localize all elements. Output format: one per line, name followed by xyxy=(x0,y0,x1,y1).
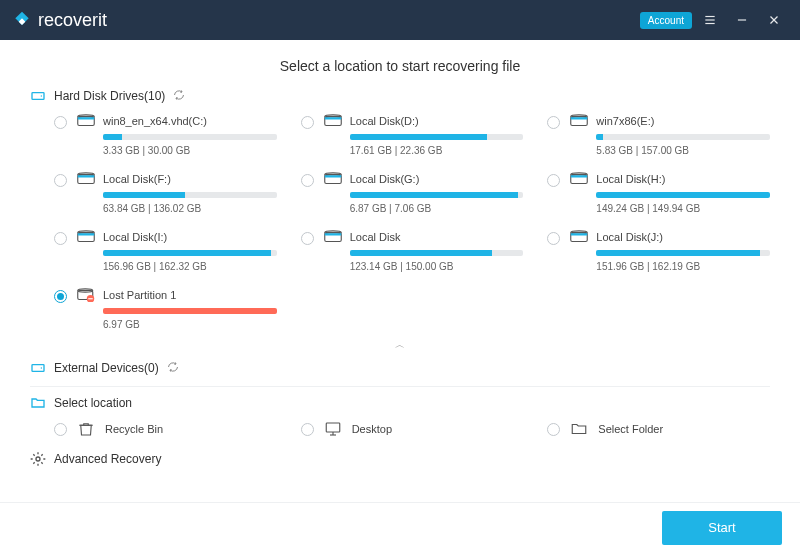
drive-body: win8_en_x64.vhd(C:)3.33 GB | 30.00 GB xyxy=(77,114,277,156)
svg-rect-13 xyxy=(324,117,341,119)
svg-rect-28 xyxy=(78,233,95,235)
location-row: Recycle BinDesktopSelect Folder xyxy=(30,421,770,437)
svg-rect-10 xyxy=(78,117,95,119)
location-label: Select Folder xyxy=(598,423,663,435)
location-item[interactable]: Desktop xyxy=(301,421,524,437)
svg-rect-25 xyxy=(571,175,588,177)
usage-bar xyxy=(103,308,277,314)
section-select-location-label: Select location xyxy=(54,396,132,410)
drive-name: Local Disk(I:) xyxy=(103,231,167,243)
section-hard-disks-label: Hard Disk Drives(10) xyxy=(54,89,165,103)
drive-name: Local Disk(H:) xyxy=(596,173,665,185)
section-hard-disks[interactable]: Hard Disk Drives(10) xyxy=(30,88,770,104)
drive-name: Local Disk(G:) xyxy=(350,173,420,185)
section-external[interactable]: External Devices(0) xyxy=(30,360,770,376)
radio-icon[interactable] xyxy=(54,174,67,187)
usage-bar xyxy=(103,134,277,140)
radio-icon[interactable] xyxy=(54,116,67,129)
start-button[interactable]: Start xyxy=(662,511,782,545)
radio-icon[interactable] xyxy=(547,174,560,187)
drive-item[interactable]: win7x86(E:)5.83 GB | 157.00 GB xyxy=(547,114,770,156)
section-advanced[interactable]: Advanced Recovery xyxy=(30,451,770,467)
usage-bar xyxy=(596,192,770,198)
radio-icon[interactable] xyxy=(547,116,560,129)
footer: Start xyxy=(0,502,800,552)
disk-icon xyxy=(324,172,342,186)
section-advanced-label: Advanced Recovery xyxy=(54,452,161,466)
svg-rect-6 xyxy=(32,93,44,100)
drive-item[interactable]: Local Disk(I:)156.96 GB | 162.32 GB xyxy=(54,230,277,272)
drive-size: 123.14 GB | 150.00 GB xyxy=(350,261,524,272)
radio-icon[interactable] xyxy=(301,174,314,187)
svg-rect-39 xyxy=(32,365,44,372)
hard-disk-icon xyxy=(30,88,46,104)
drive-name: Lost Partition 1 xyxy=(103,289,176,301)
desktop-icon xyxy=(324,421,342,437)
drive-size: 3.33 GB | 30.00 GB xyxy=(103,145,277,156)
main-content: Select a location to start recovering fi… xyxy=(0,40,800,502)
usage-bar xyxy=(596,250,770,256)
logo-icon xyxy=(12,10,32,30)
account-button[interactable]: Account xyxy=(640,12,692,29)
location-label: Recycle Bin xyxy=(105,423,163,435)
folder-open-icon xyxy=(30,395,46,411)
drive-body: Local Disk(H:)149.24 GB | 149.94 GB xyxy=(570,172,770,214)
refresh-icon[interactable] xyxy=(173,89,185,104)
radio-icon[interactable] xyxy=(301,116,314,129)
drive-name: win8_en_x64.vhd(C:) xyxy=(103,115,207,127)
location-item[interactable]: Recycle Bin xyxy=(54,421,277,437)
radio-icon[interactable] xyxy=(301,232,314,245)
drive-item[interactable]: Lost Partition 16.97 GB xyxy=(54,288,277,330)
disk-icon xyxy=(77,172,95,186)
minimize-icon[interactable] xyxy=(728,6,756,34)
drive-size: 149.24 GB | 149.94 GB xyxy=(596,203,770,214)
drive-body: Local Disk123.14 GB | 150.00 GB xyxy=(324,230,524,272)
usage-bar xyxy=(103,250,277,256)
radio-icon[interactable] xyxy=(547,423,560,436)
radio-icon[interactable] xyxy=(54,290,67,303)
location-item[interactable]: Select Folder xyxy=(547,421,770,437)
drive-body: Local Disk(F:)63.84 GB | 136.02 GB xyxy=(77,172,277,214)
drive-item[interactable]: Local Disk(D:)17.61 GB | 22.36 GB xyxy=(301,114,524,156)
disk-icon xyxy=(77,114,95,128)
drive-item[interactable]: Local Disk123.14 GB | 150.00 GB xyxy=(301,230,524,272)
drive-size: 151.96 GB | 162.19 GB xyxy=(596,261,770,272)
app-logo: recoverit xyxy=(12,10,640,31)
lost-disk-icon xyxy=(77,288,95,302)
drive-body: Local Disk(D:)17.61 GB | 22.36 GB xyxy=(324,114,524,156)
radio-icon[interactable] xyxy=(547,232,560,245)
titlebar: recoverit Account xyxy=(0,0,800,40)
radio-icon[interactable] xyxy=(54,232,67,245)
drive-item[interactable]: Local Disk(G:)6.87 GB | 7.06 GB xyxy=(301,172,524,214)
section-external-label: External Devices(0) xyxy=(54,361,159,375)
drive-size: 5.83 GB | 157.00 GB xyxy=(596,145,770,156)
menu-icon[interactable] xyxy=(696,6,724,34)
external-device-icon xyxy=(30,360,46,376)
svg-rect-22 xyxy=(324,175,341,177)
drive-body: win7x86(E:)5.83 GB | 157.00 GB xyxy=(570,114,770,156)
collapse-toggle[interactable]: ︿ xyxy=(30,338,770,352)
gear-icon xyxy=(30,451,46,467)
usage-bar xyxy=(350,192,524,198)
disk-icon xyxy=(324,230,342,244)
svg-point-45 xyxy=(36,457,40,461)
disk-icon xyxy=(570,172,588,186)
page-title: Select a location to start recovering fi… xyxy=(30,58,770,74)
drive-item[interactable]: Local Disk(F:)63.84 GB | 136.02 GB xyxy=(54,172,277,214)
drive-body: Local Disk(I:)156.96 GB | 162.32 GB xyxy=(77,230,277,272)
location-label: Desktop xyxy=(352,423,392,435)
radio-icon[interactable] xyxy=(54,423,67,436)
drive-grid: win8_en_x64.vhd(C:)3.33 GB | 30.00 GBLoc… xyxy=(30,114,770,330)
drive-item[interactable]: Local Disk(J:)151.96 GB | 162.19 GB xyxy=(547,230,770,272)
drive-item[interactable]: win8_en_x64.vhd(C:)3.33 GB | 30.00 GB xyxy=(54,114,277,156)
drive-size: 6.87 GB | 7.06 GB xyxy=(350,203,524,214)
close-icon[interactable] xyxy=(760,6,788,34)
disk-icon xyxy=(324,114,342,128)
svg-point-7 xyxy=(41,95,42,96)
section-select-location[interactable]: Select location xyxy=(30,395,770,411)
svg-rect-16 xyxy=(571,117,588,119)
refresh-icon[interactable] xyxy=(167,361,179,376)
drive-item[interactable]: Local Disk(H:)149.24 GB | 149.94 GB xyxy=(547,172,770,214)
radio-icon[interactable] xyxy=(301,423,314,436)
usage-bar xyxy=(596,134,770,140)
